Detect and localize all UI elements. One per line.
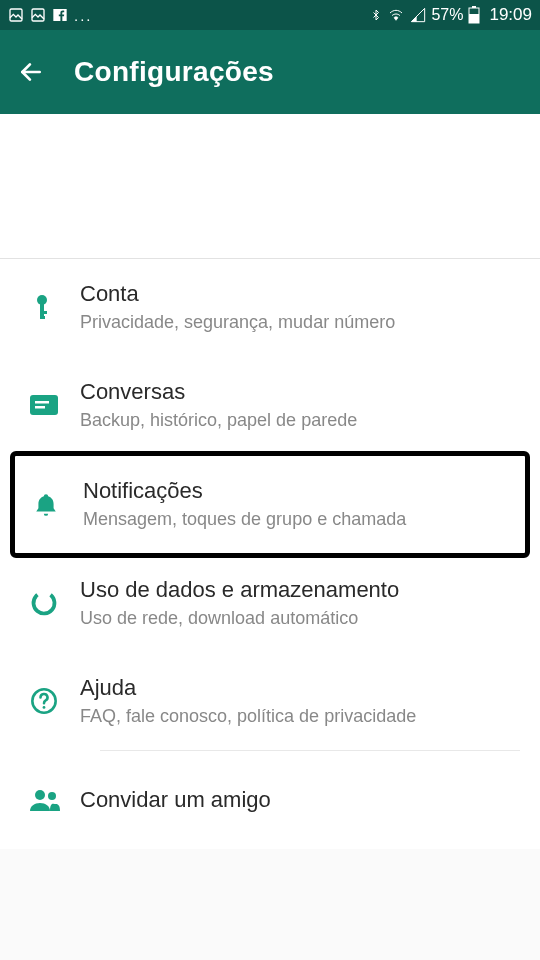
- signal-icon: [410, 7, 426, 23]
- profile-section[interactable]: [0, 114, 540, 259]
- setting-title: Ajuda: [80, 675, 524, 701]
- svg-point-17: [48, 792, 56, 800]
- status-time: 19:09: [489, 5, 532, 25]
- setting-subtitle: Backup, histórico, papel de parede: [80, 409, 524, 432]
- help-icon: [30, 687, 80, 715]
- svg-rect-11: [35, 401, 49, 404]
- app-bar: Configurações: [0, 30, 540, 114]
- setting-item-account[interactable]: Conta Privacidade, segurança, mudar núme…: [0, 259, 540, 357]
- svg-point-15: [43, 706, 46, 709]
- svg-point-13: [30, 589, 58, 617]
- people-icon: [30, 789, 80, 811]
- image-icon: [8, 7, 24, 23]
- svg-rect-4: [469, 14, 479, 23]
- setting-subtitle: Uso de rede, download automático: [80, 607, 524, 630]
- setting-title: Notificações: [83, 478, 519, 504]
- svg-rect-9: [40, 316, 45, 319]
- back-arrow-icon[interactable]: [18, 59, 44, 85]
- svg-rect-10: [30, 395, 58, 415]
- key-icon: [30, 292, 80, 324]
- facebook-icon: [52, 7, 68, 23]
- setting-item-notifications[interactable]: Notificações Mensagem, toques de grupo e…: [10, 451, 530, 558]
- setting-subtitle: FAQ, fale conosco, política de privacida…: [80, 705, 524, 728]
- bell-icon: [33, 490, 83, 520]
- setting-subtitle: Mensagem, toques de grupo e chamada: [83, 508, 519, 531]
- setting-item-chats[interactable]: Conversas Backup, histórico, papel de pa…: [0, 357, 540, 455]
- chat-icon: [30, 395, 80, 417]
- settings-list: Conta Privacidade, segurança, mudar núme…: [0, 259, 540, 849]
- svg-rect-8: [40, 311, 47, 314]
- setting-title: Conversas: [80, 379, 524, 405]
- notification-dots: ...: [74, 7, 93, 24]
- setting-title: Convidar um amigo: [80, 787, 524, 813]
- page-title: Configurações: [74, 56, 274, 88]
- battery-percentage: 57%: [431, 6, 463, 24]
- data-usage-icon: [30, 589, 80, 617]
- svg-point-16: [35, 790, 45, 800]
- wifi-icon: [387, 7, 405, 23]
- status-bar: ... 57% 19:09: [0, 0, 540, 30]
- battery-icon: [468, 6, 480, 24]
- svg-rect-12: [35, 406, 45, 409]
- setting-subtitle: Privacidade, segurança, mudar número: [80, 311, 524, 334]
- setting-title: Uso de dados e armazenamento: [80, 577, 524, 603]
- setting-item-invite[interactable]: Convidar um amigo: [0, 751, 540, 849]
- setting-item-help[interactable]: Ajuda FAQ, fale conosco, política de pri…: [0, 652, 540, 750]
- svg-rect-3: [472, 6, 476, 8]
- setting-item-data[interactable]: Uso de dados e armazenamento Uso de rede…: [0, 554, 540, 652]
- bluetooth-icon: [370, 7, 382, 23]
- image-icon-2: [30, 7, 46, 23]
- setting-title: Conta: [80, 281, 524, 307]
